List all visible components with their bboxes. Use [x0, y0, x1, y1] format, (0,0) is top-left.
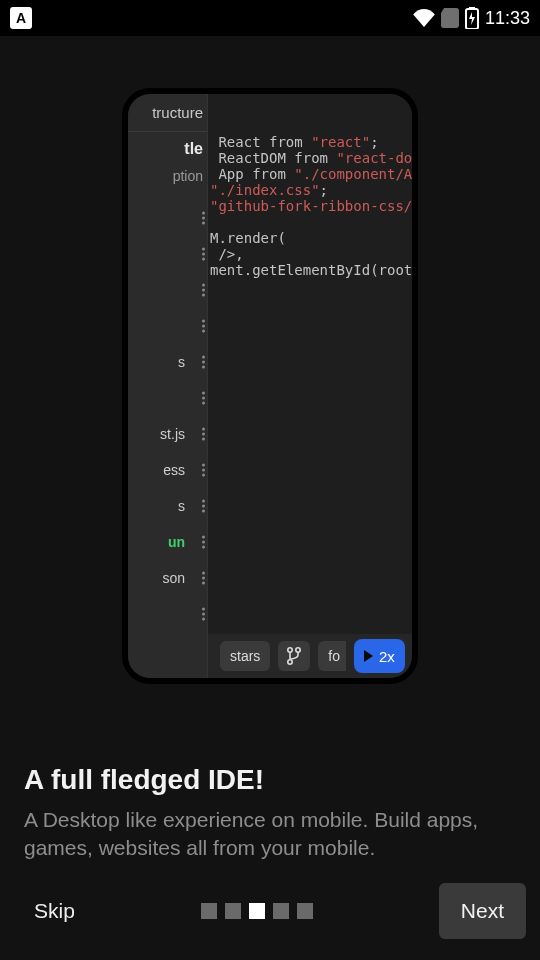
more-vert-icon[interactable]	[202, 320, 205, 333]
file-label: s	[178, 498, 185, 514]
code-editor[interactable]: React from "react"; ReactDOM from "react…	[208, 94, 412, 634]
file-label: ess	[163, 462, 185, 478]
no-sim-icon	[441, 8, 459, 28]
more-vert-icon[interactable]	[202, 608, 205, 621]
more-vert-icon[interactable]	[202, 536, 205, 549]
page-indicator	[201, 903, 313, 919]
file-row[interactable]	[128, 308, 207, 344]
onboarding-preview-stage: tructure tle ption sst.jsesssunson React…	[0, 36, 540, 736]
more-vert-icon[interactable]	[202, 356, 205, 369]
chip-forks[interactable]: fo	[318, 641, 346, 671]
file-list: sst.jsesssunson	[128, 200, 207, 632]
file-label: un	[168, 534, 185, 550]
onboarding-subtitle: A Desktop like experience on mobile. Bui…	[24, 806, 516, 863]
more-vert-icon[interactable]	[202, 248, 205, 261]
file-row[interactable]: ess	[128, 452, 207, 488]
page-dot[interactable]	[249, 903, 265, 919]
git-branch-chip[interactable]	[278, 641, 310, 671]
more-vert-icon[interactable]	[202, 392, 205, 405]
page-dot[interactable]	[297, 903, 313, 919]
svg-point-3	[288, 648, 292, 652]
more-vert-icon[interactable]	[202, 572, 205, 585]
file-row[interactable]: s	[128, 344, 207, 380]
next-button[interactable]: Next	[439, 883, 526, 939]
file-row[interactable]: un	[128, 524, 207, 560]
file-row[interactable]	[128, 272, 207, 308]
file-label: son	[162, 570, 185, 586]
sidebar-header: tructure	[128, 94, 207, 132]
more-vert-icon[interactable]	[202, 428, 205, 441]
file-row[interactable]	[128, 596, 207, 632]
device-frame: tructure tle ption sst.jsesssunson React…	[122, 88, 418, 684]
sidebar-description: ption	[128, 168, 203, 184]
svg-rect-2	[469, 7, 475, 10]
skip-button[interactable]: Skip	[34, 899, 75, 923]
file-label: st.js	[160, 426, 185, 442]
more-vert-icon[interactable]	[202, 500, 205, 513]
file-row[interactable]	[128, 236, 207, 272]
run-button[interactable]: 2x	[354, 639, 405, 673]
more-vert-icon[interactable]	[202, 284, 205, 297]
onboarding-text: A full fledged IDE! A Desktop like exper…	[0, 764, 540, 863]
svg-point-4	[296, 648, 300, 652]
wifi-icon	[413, 9, 435, 27]
more-vert-icon[interactable]	[202, 212, 205, 225]
run-speed-label: 2x	[379, 648, 395, 665]
git-branch-icon	[286, 647, 302, 665]
more-vert-icon[interactable]	[202, 464, 205, 477]
project-structure-sidebar: tructure tle ption sst.jsesssunson	[128, 94, 208, 678]
status-time: 11:33	[485, 8, 530, 29]
status-bar: A 11:33	[0, 0, 540, 36]
file-row[interactable]	[128, 380, 207, 416]
keyboard-indicator-badge: A	[10, 7, 32, 29]
play-icon	[364, 650, 373, 662]
file-row[interactable]: son	[128, 560, 207, 596]
battery-charging-icon	[465, 7, 479, 29]
onboarding-title: A full fledged IDE!	[24, 764, 516, 796]
file-label: s	[178, 354, 185, 370]
page-dot[interactable]	[201, 903, 217, 919]
sidebar-title: tle	[128, 140, 203, 158]
file-row[interactable]	[128, 200, 207, 236]
svg-point-5	[288, 660, 292, 664]
file-row[interactable]: s	[128, 488, 207, 524]
file-row[interactable]: st.js	[128, 416, 207, 452]
page-dot[interactable]	[273, 903, 289, 919]
editor-bottom-bar: stars fo 2x	[208, 634, 412, 678]
page-dot[interactable]	[225, 903, 241, 919]
onboarding-controls: Skip Next	[0, 876, 540, 946]
chip-stars[interactable]: stars	[220, 641, 270, 671]
